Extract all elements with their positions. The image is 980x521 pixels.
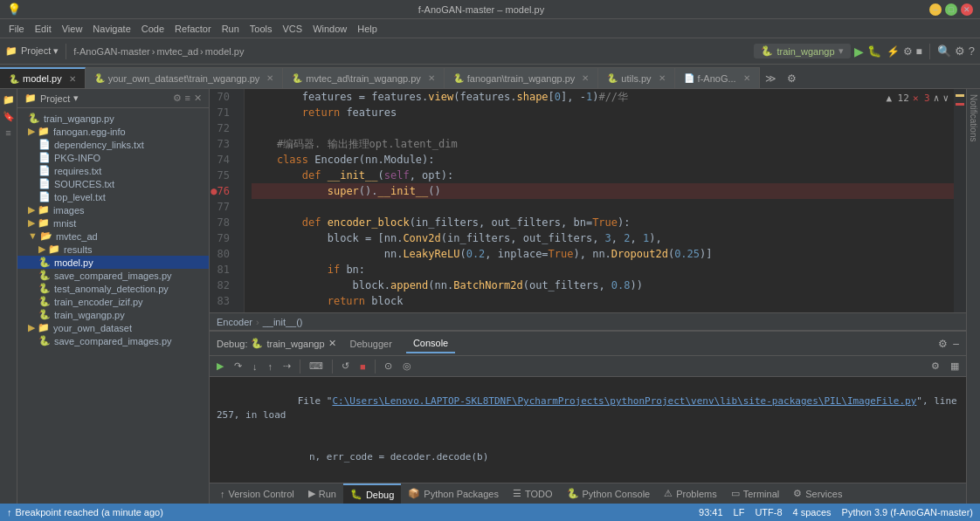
- tab-close-utils[interactable]: ✕: [659, 73, 666, 83]
- run-button[interactable]: ▶: [854, 45, 864, 58]
- resume-button[interactable]: ▶: [213, 359, 227, 374]
- menu-run[interactable]: Run: [217, 22, 245, 36]
- tree-item-your-own-dataset[interactable]: ▶ 📁 your_own_dataset: [17, 321, 209, 334]
- tab-model-py[interactable]: 🐍 model.py ✕: [0, 67, 86, 88]
- project-collapse-icon[interactable]: ≡: [185, 93, 190, 104]
- coverage-button[interactable]: ⚡: [887, 45, 900, 58]
- tabs-overflow-button[interactable]: ≫: [760, 69, 782, 88]
- tab-close-fanogan-master[interactable]: ✕: [743, 73, 750, 83]
- tree-item-test-anomaly[interactable]: 🐍 test_anomaly_detection.py: [17, 282, 209, 295]
- menu-tools[interactable]: Tools: [245, 22, 278, 36]
- encoding[interactable]: UTF-8: [755, 507, 782, 518]
- debug-close-run[interactable]: ✕: [328, 338, 336, 349]
- notifications-label[interactable]: Notifications: [967, 93, 980, 143]
- project-close-icon[interactable]: ✕: [194, 93, 202, 104]
- menu-code[interactable]: Code: [136, 22, 169, 36]
- tree-item-mvtec-ad[interactable]: ▼ 📂 mvtec_ad: [17, 230, 209, 243]
- tree-item-images[interactable]: ▶ 📁 images: [17, 203, 209, 216]
- menu-vcs[interactable]: VCS: [278, 22, 308, 36]
- menu-navigate[interactable]: Navigate: [87, 22, 135, 36]
- nav-up[interactable]: ∧: [934, 91, 940, 106]
- tab-todo[interactable]: ☰ TODO: [506, 483, 560, 504]
- project-settings-icon[interactable]: ⚙: [173, 93, 182, 104]
- rerun-button[interactable]: ↺: [338, 359, 353, 374]
- nav-down[interactable]: ∨: [942, 91, 949, 106]
- tab-debugger[interactable]: Debugger: [343, 335, 399, 353]
- tab-services[interactable]: ⚙ Services: [786, 483, 849, 504]
- view-breakpoints-button[interactable]: ⊙: [381, 359, 396, 374]
- tree-item-save-compared-2[interactable]: 🐍 save_compared_images.py: [17, 334, 209, 347]
- tab-close-mvtec[interactable]: ✕: [428, 73, 435, 83]
- search-everywhere-button[interactable]: 🔍: [937, 45, 951, 58]
- menu-file[interactable]: File: [3, 22, 30, 36]
- project-dropdown-icon[interactable]: ▾: [73, 93, 79, 104]
- menu-view[interactable]: View: [57, 22, 88, 36]
- tab-fanogan-master[interactable]: 📄 f-AnoG... ✕: [675, 67, 760, 88]
- line-ending[interactable]: LF: [734, 507, 745, 518]
- tab-terminal[interactable]: ▭ Terminal: [724, 483, 787, 504]
- step-into-button[interactable]: ↓: [249, 360, 261, 374]
- tab-version-control[interactable]: ↑ Version Control: [213, 483, 301, 504]
- tab-close-fanogan[interactable]: ✕: [582, 73, 589, 83]
- tab-run[interactable]: ▶ Run: [301, 483, 343, 504]
- tree-item-pkg-info[interactable]: 📄 PKG-INFO: [17, 151, 209, 164]
- maximize-button[interactable]: □: [945, 3, 957, 16]
- tree-item-model-py[interactable]: 🐍 model.py: [17, 256, 209, 269]
- run-config-dropdown[interactable]: ▾: [839, 45, 844, 57]
- tree-item-fanogan-egginfo[interactable]: ▶ 📁 fanogan.egg-info: [17, 125, 209, 138]
- settings-debug-button[interactable]: ⚙: [928, 359, 943, 374]
- vcs-status[interactable]: ↑ Breakpoint reached (a minute ago): [7, 507, 163, 518]
- stop-button[interactable]: ■: [916, 45, 922, 58]
- tree-item-dep-links[interactable]: 📄 dependency_links.txt: [17, 138, 209, 151]
- sidebar-bookmarks-icon[interactable]: 🔖: [1, 109, 17, 124]
- tree-item-save-compared[interactable]: 🐍 save_compared_images.py: [17, 269, 209, 282]
- step-out-button[interactable]: ↑: [265, 360, 277, 374]
- stop-debug-button[interactable]: ■: [356, 360, 369, 374]
- help-button[interactable]: ?: [969, 45, 975, 58]
- debug-icon: 🐛: [350, 489, 362, 500]
- debug-minimize-icon[interactable]: –: [953, 338, 959, 350]
- tree-item-requires[interactable]: 📄 requires.txt: [17, 164, 209, 177]
- tabs-gear-button[interactable]: ⚙: [782, 69, 802, 88]
- tree-item-results[interactable]: ▶ 📁 results: [17, 243, 209, 256]
- step-over-button[interactable]: ↷: [231, 359, 245, 374]
- tree-item-sources[interactable]: 📄 SOURCES.txt: [17, 177, 209, 190]
- sidebar-structure-icon[interactable]: ≡: [3, 126, 12, 140]
- menu-refactor[interactable]: Refactor: [169, 22, 217, 36]
- settings-button[interactable]: ⚙: [955, 45, 965, 58]
- python-version[interactable]: Python 3.9 (f-AnoGAN-master): [842, 507, 973, 518]
- tree-item-toplevel[interactable]: 📄 top_level.txt: [17, 190, 209, 203]
- profile-button[interactable]: ⚙: [903, 45, 913, 58]
- sidebar-project-icon[interactable]: 📁: [1, 93, 17, 107]
- tab-close-your-own[interactable]: ✕: [266, 73, 273, 83]
- close-button[interactable]: ✕: [961, 3, 973, 16]
- tree-item-train-wgangp-mvtec[interactable]: 🐍 train_wgangp.py: [17, 308, 209, 321]
- tab-python-packages[interactable]: 📦 Python Packages: [401, 483, 506, 504]
- tab-fanogan[interactable]: 🐍 fanogan\train_wgangp.py ✕: [445, 67, 599, 88]
- cursor-position[interactable]: 93:41: [699, 507, 723, 518]
- tree-item-train-wgangp-root[interactable]: 🐍 train_wgangp.py: [17, 112, 209, 125]
- run-config[interactable]: 🐍 train_wgangp ▾: [754, 44, 850, 58]
- tab-your-own-dataset[interactable]: 🐍 your_own_dataset\train_wgangp.py ✕: [86, 67, 284, 88]
- debug-button[interactable]: 🐛: [867, 45, 881, 58]
- tree-item-train-encoder[interactable]: 🐍 train_encoder_izif.py: [17, 295, 209, 308]
- run-to-cursor-button[interactable]: ⇢: [280, 359, 294, 374]
- menu-help[interactable]: Help: [352, 22, 383, 36]
- indent-status[interactable]: 4 spaces: [793, 507, 832, 518]
- code-content[interactable]: features = features.view(features.shape[…: [245, 89, 966, 312]
- debug-settings-icon[interactable]: ⚙: [938, 338, 948, 350]
- tab-python-console[interactable]: 🐍 Python Console: [560, 483, 658, 504]
- mute-breakpoints-button[interactable]: ◎: [399, 359, 415, 374]
- minimize-button[interactable]: –: [929, 3, 942, 16]
- tab-utils[interactable]: 🐍 utils.py ✕: [598, 67, 674, 88]
- tab-close-model-py[interactable]: ✕: [69, 74, 76, 84]
- tab-mvtec-train[interactable]: 🐍 mvtec_ad\train_wgangp.py ✕: [283, 67, 444, 88]
- tab-problems[interactable]: ⚠ Problems: [657, 483, 723, 504]
- tree-item-mnist[interactable]: ▶ 📁 mnist: [17, 216, 209, 230]
- tab-debug[interactable]: 🐛 Debug: [343, 483, 401, 504]
- evaluate-button[interactable]: ⌨: [306, 359, 327, 374]
- tab-console[interactable]: Console: [406, 334, 455, 353]
- menu-window[interactable]: Window: [307, 22, 352, 36]
- layout-debug-button[interactable]: ▦: [947, 359, 963, 374]
- menu-edit[interactable]: Edit: [30, 22, 57, 36]
